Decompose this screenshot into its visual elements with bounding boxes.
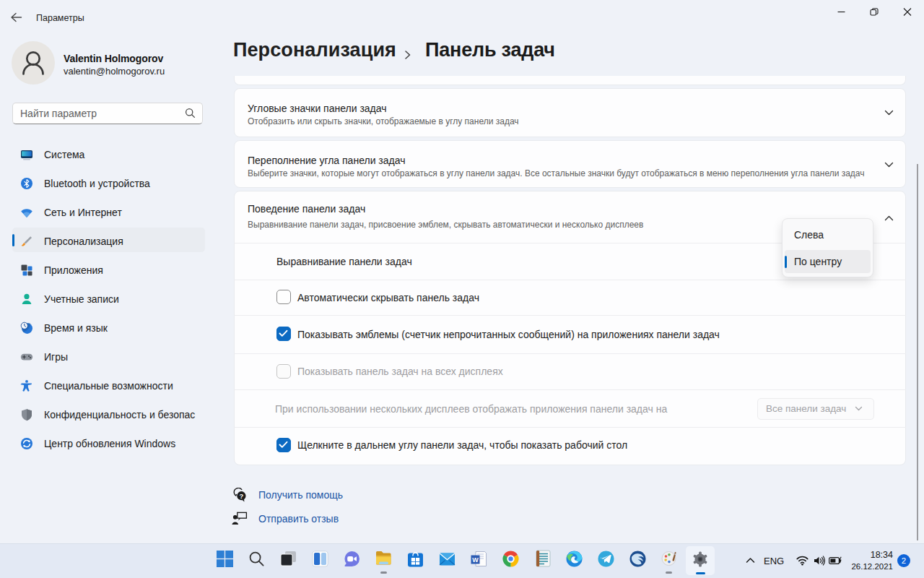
svg-text:?: ? — [239, 492, 243, 500]
svg-text:W: W — [472, 556, 479, 564]
